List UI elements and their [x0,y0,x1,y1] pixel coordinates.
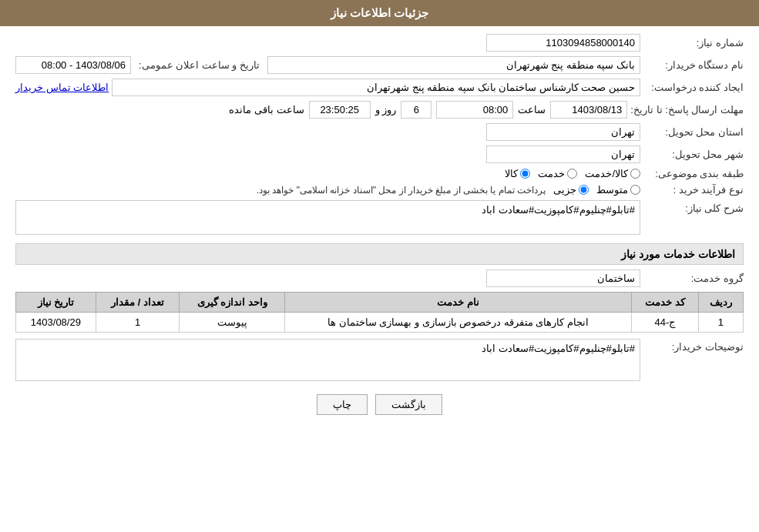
buyer-desc-textarea[interactable] [15,339,640,381]
radio-kala-khedmat[interactable] [630,169,640,179]
page-title: جزئیات اطلاعات نیاز [331,6,428,19]
category-row: طبقه بندی موضوعی: کالا/خدمت خدمت کالا [15,168,744,179]
page-container: جزئیات اطلاعات نیاز شماره نیاز: 11030948… [0,0,759,532]
category-radio-group: کالا/خدمت خدمت کالا [505,168,640,179]
buyer-desc-label: توضیحات خریدار: [643,339,744,353]
radio-khedmat[interactable] [567,169,577,179]
reply-deadline-row: مهلت ارسال پاسخ: تا تاریخ: 1403/08/13 سا… [15,101,744,119]
radio-jozei[interactable] [579,185,589,195]
th-service-code: کد خدمت [632,293,699,313]
cell-service-name: انجام کارهای متفرقه درخصوص بازسازی و بهس… [285,313,632,333]
process-content: متوسط جزیی پرداخت تمام یا بخشی از مبلغ خ… [15,184,640,196]
radio-kala[interactable] [520,169,530,179]
announce-date-value: 1403/08/06 - 08:00 [15,56,131,74]
reply-time: 08:00 [436,101,513,119]
reply-days: 6 [401,101,432,119]
services-section-title: اطلاعات خدمات مورد نیاز [15,243,744,265]
radio-jozei-label: جزیی [553,184,576,196]
province-row: استان محل تحویل: تهران [15,123,744,141]
back-button[interactable]: بازگشت [375,394,442,415]
need-number-value: 1103094858000140 [486,34,640,52]
need-desc-content [15,200,640,237]
buyer-desc-row: توضیحات خریدار: [15,339,744,383]
announce-date-label: تاریخ و ساعت اعلان عمومی: [134,59,264,71]
th-service-name: نام خدمت [285,293,632,313]
table-row: 1 ج-44 انجام کارهای متفرقه درخصوص بازساز… [16,313,744,333]
creator-label: ایجاد کننده درخواست: [643,82,744,93]
cell-row-num: 1 [698,313,743,333]
reply-deadline-label: مهلت ارسال پاسخ: تا تاریخ: [630,104,744,115]
services-table: ردیف کد خدمت نام خدمت واحد اندازه گیری ت… [15,292,744,333]
city-label: شهر محل تحویل: [643,149,744,160]
radio-motavaset[interactable] [630,185,640,195]
radio-kala-khedmat-label: کالا/خدمت [585,168,628,179]
th-unit: واحد اندازه گیری [180,293,285,313]
service-group-label: گروه خدمت: [643,273,744,284]
cell-unit: پیوست [180,313,285,333]
buttons-row: بازگشت چاپ [15,394,744,415]
print-button[interactable]: چاپ [317,394,368,415]
reply-remaining-label: ساعت باقی مانده [229,104,304,115]
radio-kala-khedmat-item[interactable]: کالا/خدمت [585,168,640,179]
page-header: جزئیات اطلاعات نیاز [0,0,759,26]
reply-remaining-time: 23:50:25 [309,101,371,119]
creator-row: ایجاد کننده درخواست: حسین صحت کارشناس سا… [15,79,744,96]
city-value: تهران [486,146,640,163]
cell-need-date: 1403/08/29 [16,313,96,333]
process-label: نوع فرآیند خرید : [643,184,744,196]
th-need-date: تاریخ نیاز [16,293,96,313]
contact-info-link[interactable]: اطلاعات تماس خریدار [15,82,109,93]
cell-quantity: 1 [96,313,180,333]
radio-motavaset-label: متوسط [596,184,628,196]
radio-khedmat-label: خدمت [538,168,565,179]
process-type-row: نوع فرآیند خرید : متوسط جزیی پرداخت تمام… [15,184,744,196]
customer-org-value: بانک سپه منطقه پنج شهرتهران [267,56,640,74]
process-radio-group: متوسط جزیی [553,184,640,196]
province-label: استان محل تحویل: [643,126,744,138]
radio-kala-label: کالا [505,168,518,179]
th-quantity: تعداد / مقدار [96,293,180,313]
service-group-value: ساختمان [486,269,640,287]
need-desc-label: شرح کلی نیاز: [643,200,744,214]
category-label: طبقه بندی موضوعی: [643,168,744,179]
city-row: شهر محل تحویل: تهران [15,146,744,163]
reply-deadline-inputs: 1403/08/13 ساعت 08:00 6 روز و 23:50:25 س… [229,101,627,119]
need-desc-row: شرح کلی نیاز: [15,200,744,237]
notice-text: پرداخت تمام یا بخشی از مبلغ خریدار از مح… [257,185,546,196]
reply-time-label: ساعت [518,104,546,115]
customer-org-label: نام دستگاه خریدار: [643,59,744,71]
need-desc-textarea[interactable] [15,200,640,235]
creator-value: حسین صحت کارشناس ساختمان بانک سپه منطقه … [112,79,640,96]
th-row-num: ردیف [698,293,743,313]
service-group-row: گروه خدمت: ساختمان [15,269,744,287]
content-area: شماره نیاز: 1103094858000140 نام دستگاه … [0,26,759,433]
reply-date: 1403/08/13 [550,101,627,119]
radio-motavaset-item[interactable]: متوسط [596,184,640,196]
reply-day-label: روز و [375,104,397,115]
cell-service-code: ج-44 [632,313,699,333]
radio-kala-item[interactable]: کالا [505,168,530,179]
customer-org-row: نام دستگاه خریدار: بانک سپه منطقه پنج شه… [15,56,744,74]
need-number-label: شماره نیاز: [643,37,744,49]
buyer-desc-content [15,339,640,383]
radio-jozei-item[interactable]: جزیی [553,184,589,196]
need-number-row: شماره نیاز: 1103094858000140 [15,34,744,52]
province-value: تهران [486,123,640,141]
radio-khedmat-item[interactable]: خدمت [538,168,577,179]
